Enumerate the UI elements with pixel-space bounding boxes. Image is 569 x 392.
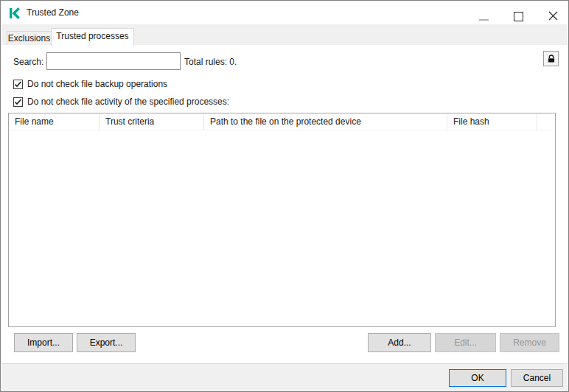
total-rules-text: Total rules: 0.	[184, 57, 237, 67]
backup-operations-checkbox[interactable]	[13, 80, 23, 89]
minimize-icon	[479, 19, 489, 21]
minimize-button[interactable]	[472, 1, 495, 24]
option-label: Do not check file activity of the specif…	[27, 97, 229, 107]
maximize-icon	[514, 12, 523, 21]
add-button[interactable]: Add...	[368, 333, 431, 352]
tab-exclusions[interactable]: Exclusions	[7, 31, 52, 45]
window-title: Trusted Zone	[27, 1, 79, 24]
kaspersky-logo-icon	[9, 7, 21, 19]
table-header: File name Trust criteria Path to the fil…	[9, 113, 555, 130]
checkmark-icon	[14, 98, 22, 106]
processes-table: File name Trust criteria Path to the fil…	[8, 113, 556, 327]
close-icon	[548, 10, 559, 21]
lock-button[interactable]	[543, 51, 559, 66]
file-activity-checkbox[interactable]	[13, 97, 23, 107]
remove-button[interactable]: Remove	[500, 333, 559, 352]
maximize-button[interactable]	[507, 1, 529, 24]
table-body-empty	[9, 130, 555, 326]
column-header-file-hash[interactable]: File hash	[447, 113, 537, 130]
lock-icon	[547, 55, 556, 63]
column-header-trust-criteria[interactable]: Trust criteria	[100, 113, 204, 130]
export-button[interactable]: Export...	[77, 333, 136, 352]
checkmark-icon	[14, 80, 22, 88]
option-file-activity: Do not check file activity of the specif…	[13, 97, 229, 107]
option-backup-operations: Do not check file backup operations	[13, 79, 167, 89]
close-button[interactable]	[542, 1, 564, 24]
ok-button[interactable]: OK	[449, 369, 506, 387]
option-label: Do not check file backup operations	[27, 79, 167, 89]
cancel-button[interactable]: Cancel	[511, 369, 563, 387]
edit-button[interactable]: Edit...	[435, 333, 496, 352]
titlebar: Trusted Zone	[1, 1, 568, 24]
column-header-path[interactable]: Path to the file on the protected device	[204, 113, 447, 130]
dialog-footer: OK Cancel	[1, 363, 568, 392]
trusted-processes-panel: Search: Total rules: 0. Do not check fil…	[1, 45, 568, 363]
search-label: Search:	[13, 57, 43, 67]
tab-strip: Exclusions Trusted processes	[1, 24, 568, 45]
trusted-zone-dialog: Trusted Zone Exclusions Trusted processe…	[0, 0, 569, 392]
column-header-filler	[537, 113, 555, 130]
column-header-file-name[interactable]: File name	[9, 113, 100, 130]
tab-trusted-processes[interactable]: Trusted processes	[51, 28, 134, 46]
import-button[interactable]: Import...	[14, 333, 73, 352]
search-input[interactable]	[46, 52, 181, 70]
